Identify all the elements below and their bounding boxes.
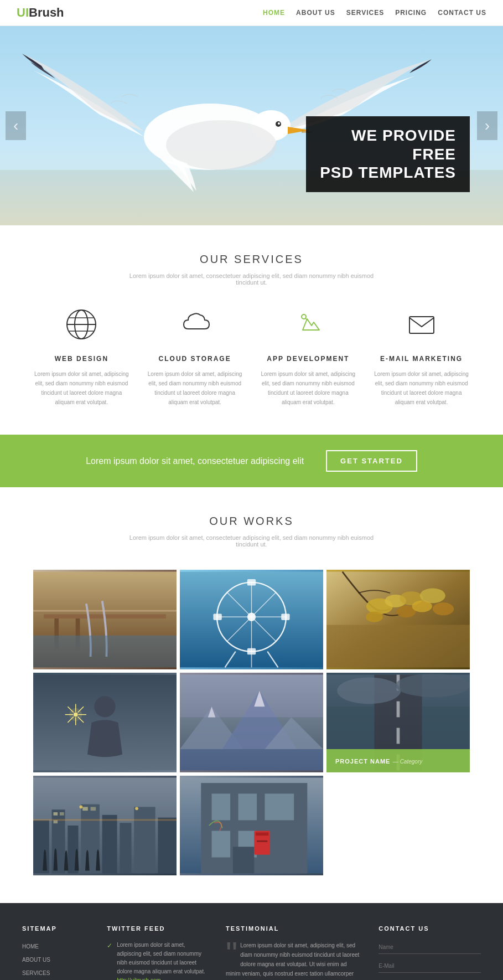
service-app: APP DEVELOPMENT Lorem ipsum dolor sit am… bbox=[260, 308, 357, 407]
logo-suffix: Brush bbox=[29, 6, 64, 19]
header: UIBrush HOME ABOUT US SERVICES PRICING C… bbox=[0, 0, 503, 26]
svg-rect-92 bbox=[265, 793, 294, 820]
contact-name-input[interactable] bbox=[378, 941, 481, 954]
contact-form: SEND bbox=[378, 941, 481, 980]
logo: UIBrush bbox=[17, 6, 64, 20]
service-cloud-title: CLOUD STORAGE bbox=[147, 355, 243, 363]
svg-rect-63 bbox=[397, 702, 400, 718]
cta-button[interactable]: GET STARTED bbox=[326, 450, 417, 472]
works-title: OUR WORKS bbox=[33, 515, 470, 528]
cloud-icon bbox=[147, 308, 243, 347]
service-email-title: E-MAIL MARKETING bbox=[373, 355, 470, 363]
footer-sitemap: SITEMAP HOME ABOUT US SERVICES PRICING C… bbox=[22, 925, 90, 980]
web-design-icon bbox=[33, 308, 130, 347]
quote-mark: " bbox=[226, 941, 237, 967]
svg-point-5 bbox=[278, 122, 280, 125]
testimonial-title: TESTIMONIAL bbox=[226, 925, 362, 932]
work-category: Category bbox=[400, 759, 423, 765]
twitter-text-1: Lorem ipsum dolor sit amet, adipiscing e… bbox=[117, 942, 205, 974]
svg-point-46 bbox=[94, 696, 115, 717]
svg-rect-96 bbox=[256, 832, 268, 835]
sitemap-list: HOME ABOUT US SERVICES PRICING CONTACT U… bbox=[22, 941, 90, 980]
svg-rect-59 bbox=[180, 749, 323, 770]
work-item-8[interactable] bbox=[180, 776, 323, 875]
svg-rect-20 bbox=[33, 610, 177, 612]
work-item-3[interactable] bbox=[326, 570, 470, 669]
contact-email-input[interactable] bbox=[378, 960, 481, 973]
services-subtitle: Lorem ipsum dolor sit amet, consectetuer… bbox=[119, 272, 385, 286]
work-item-5[interactable] bbox=[180, 673, 323, 772]
services-grid: WEB DESIGN Lorem ipsum dolor sit amet, a… bbox=[33, 308, 470, 407]
work-item-7[interactable] bbox=[33, 776, 177, 875]
nav-about[interactable]: ABOUT US bbox=[296, 9, 335, 17]
svg-point-56 bbox=[69, 708, 82, 721]
svg-rect-76 bbox=[120, 823, 131, 873]
svg-rect-84 bbox=[33, 819, 177, 821]
work-overlay: PROJECT NAME — Category bbox=[326, 749, 470, 772]
sitemap-home[interactable]: HOME bbox=[22, 943, 39, 950]
svg-rect-78 bbox=[158, 818, 177, 874]
hero-prev-arrow[interactable]: ‹ bbox=[6, 111, 26, 140]
work-item-2[interactable] bbox=[180, 570, 323, 669]
email-icon bbox=[373, 308, 470, 347]
services-section: OUR SERVICES Lorem ipsum dolor sit amet,… bbox=[0, 225, 503, 435]
service-web-design: WEB DESIGN Lorem ipsum dolor sit amet, a… bbox=[33, 308, 130, 407]
work-item-1[interactable] bbox=[33, 570, 177, 669]
svg-rect-93 bbox=[212, 831, 231, 858]
sitemap-about[interactable]: ABOUT US bbox=[22, 957, 50, 963]
svg-rect-58 bbox=[180, 675, 323, 718]
sitemap-services[interactable]: SERVICES bbox=[22, 970, 50, 976]
svg-rect-91 bbox=[238, 793, 257, 820]
service-cloud: CLOUD STORAGE Lorem ipsum dolor sit amet… bbox=[147, 308, 243, 407]
nav-contact[interactable]: CONTACT US bbox=[438, 9, 486, 17]
twitter-title: TWITTER FEED bbox=[107, 925, 209, 932]
svg-rect-14 bbox=[409, 317, 434, 333]
footer-contact: CONTACT US SEND bbox=[378, 925, 481, 980]
service-web-desc: Lorem ipsum dolor sit amet, adipiscing e… bbox=[33, 369, 130, 407]
hero-section: WE PROVIDE FREE PSD TEMPLATES ‹ › bbox=[0, 26, 503, 225]
hero-text-box: WE PROVIDE FREE PSD TEMPLATES bbox=[306, 116, 470, 192]
svg-point-85 bbox=[79, 806, 82, 809]
svg-rect-79 bbox=[53, 812, 58, 816]
svg-rect-90 bbox=[212, 793, 231, 820]
footer-testimonial: TESTIMONIAL " Lorem ipsum dolor sit amet… bbox=[226, 925, 362, 980]
svg-rect-82 bbox=[82, 807, 88, 811]
main-nav: HOME ABOUT US SERVICES PRICING CONTACT U… bbox=[263, 9, 486, 17]
nav-services[interactable]: SERVICES bbox=[346, 9, 384, 17]
svg-point-69 bbox=[396, 674, 470, 697]
svg-rect-30 bbox=[213, 613, 221, 620]
footer-twitter: TWITTER FEED ✓ Lorem ipsum dolor sit ame… bbox=[107, 925, 209, 980]
svg-rect-44 bbox=[326, 625, 470, 668]
service-app-desc: Lorem ipsum dolor sit amet, adipiscing e… bbox=[260, 369, 357, 407]
svg-point-42 bbox=[420, 588, 445, 603]
service-email-desc: Lorem ipsum dolor sit amet, adipiscing e… bbox=[373, 369, 470, 407]
works-grid: PROJECT NAME — Category bbox=[33, 570, 470, 875]
svg-rect-98 bbox=[233, 847, 254, 873]
work-item-6[interactable]: PROJECT NAME — Category bbox=[326, 673, 470, 772]
footer: SITEMAP HOME ABOUT US SERVICES PRICING C… bbox=[0, 903, 503, 980]
svg-point-43 bbox=[433, 602, 454, 615]
work-project-name: PROJECT NAME bbox=[335, 758, 390, 765]
app-icon bbox=[260, 308, 357, 347]
service-web-title: WEB DESIGN bbox=[33, 355, 130, 363]
svg-point-40 bbox=[366, 612, 383, 622]
svg-rect-31 bbox=[281, 613, 289, 620]
cta-banner: Lorem ipsum dolor sit amet, consectetuer… bbox=[0, 435, 503, 487]
logo-prefix: UI bbox=[17, 6, 29, 19]
hero-next-arrow[interactable]: › bbox=[477, 111, 497, 140]
nav-home[interactable]: HOME bbox=[263, 9, 285, 17]
svg-rect-19 bbox=[33, 636, 177, 668]
twitter-icon-1: ✓ bbox=[107, 941, 112, 980]
service-cloud-desc: Lorem ipsum dolor sit amet, adipiscing e… bbox=[147, 369, 243, 407]
nav-pricing[interactable]: PRICING bbox=[395, 9, 427, 17]
work-item-4[interactable] bbox=[33, 673, 177, 772]
svg-rect-80 bbox=[60, 812, 64, 816]
works-subtitle: Lorem ipsum dolor sit amet, consectetuer… bbox=[119, 534, 385, 548]
svg-rect-75 bbox=[102, 815, 117, 874]
svg-rect-83 bbox=[91, 807, 96, 811]
twitter-link-1[interactable]: http://uibrush.com bbox=[117, 977, 160, 980]
svg-point-12 bbox=[302, 314, 306, 319]
contact-title: CONTACT US bbox=[378, 925, 481, 932]
footer-grid: SITEMAP HOME ABOUT US SERVICES PRICING C… bbox=[22, 925, 481, 980]
svg-rect-71 bbox=[33, 820, 49, 873]
